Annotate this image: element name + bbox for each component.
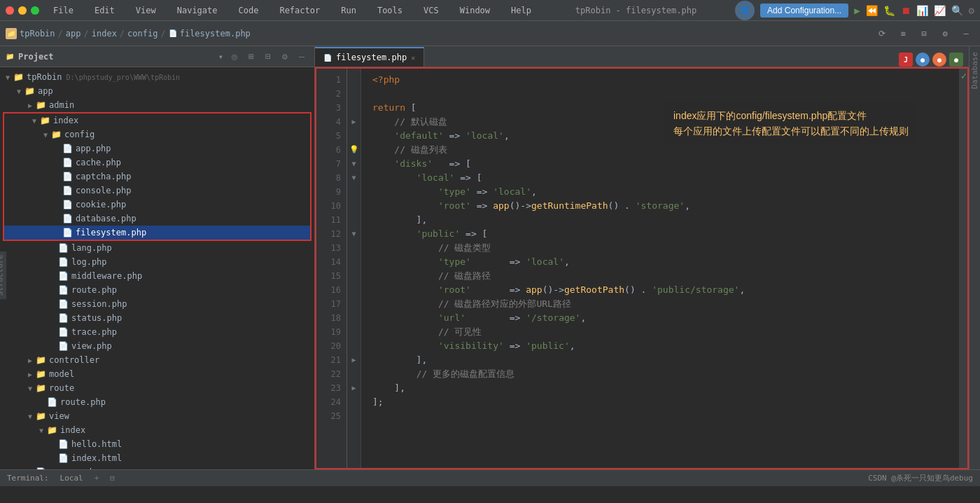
tree-item-database-php[interactable]: 📄 database.php — [4, 212, 310, 226]
settings-icon[interactable]: ⚙ — [969, 5, 974, 16]
tree-item-config[interactable]: ▼ 📁 config — [4, 128, 310, 142]
profile-button[interactable]: 📈 — [934, 5, 946, 16]
project-title: Project — [18, 52, 214, 62]
tree-expand-arrow[interactable]: ▼ — [25, 413, 35, 420]
menu-item-code[interactable]: Code — [233, 4, 265, 17]
code-line-15: // 磁盘路径 — [372, 269, 948, 283]
run-button[interactable]: ▶ — [854, 5, 860, 16]
tree-expand-arrow[interactable]: ▶ — [25, 357, 35, 364]
tree-item-route-folder[interactable]: ▼ 📁 route — [0, 381, 314, 395]
breadcrumb: 📁 tpRobin / app / index / config / 📄 fil… — [6, 28, 871, 39]
tree-expand-arrow[interactable]: ▼ — [3, 74, 13, 81]
tree-item-hello-html[interactable]: 📄 hello.html — [0, 437, 314, 451]
menu-item-tools[interactable]: Tools — [372, 4, 408, 17]
jetbrains-icon-red[interactable]: J — [899, 53, 913, 67]
file-tree: ▼ 📁 tpRobin D:\phpstudy_pro\WWW\tpRobin … — [0, 67, 314, 469]
coverage-button[interactable]: 📊 — [916, 5, 928, 16]
tree-label-view-php: view.php — [71, 341, 112, 351]
tree-item-model[interactable]: ▶ 📁 model — [0, 367, 314, 381]
debug-button[interactable]: 🐛 — [883, 5, 895, 16]
collapse-icon[interactable]: ⊟ — [261, 50, 275, 64]
maximize-btn[interactable] — [31, 6, 39, 15]
tree-item-app-php[interactable]: 📄 app.php — [4, 142, 310, 156]
breadcrumb-index[interactable]: index — [92, 29, 117, 39]
tree-item-log-php[interactable]: 📄 log.php — [0, 255, 314, 269]
sync-icon[interactable]: ⟳ — [874, 25, 890, 42]
tree-expand-arrow[interactable]: ▼ — [41, 131, 50, 139]
expand-icon[interactable]: ⊞ — [244, 50, 258, 64]
tree-item-view-folder[interactable]: ▼ 📁 view — [0, 409, 314, 423]
tree-expand-arrow[interactable]: ▼ — [29, 117, 39, 125]
terminal-local[interactable]: Local — [60, 474, 83, 483]
tree-item-lang-php[interactable]: 📄 lang.php — [0, 241, 314, 255]
database-label[interactable]: Database — [970, 52, 980, 89]
tree-item-view-php[interactable]: 📄 view.php — [0, 339, 314, 353]
tree-expand-arrow[interactable]: ▶ — [25, 102, 35, 109]
collapse-all-icon[interactable]: ⊟ — [916, 25, 932, 42]
tree-expand-arrow[interactable]: ▶ — [25, 371, 35, 378]
expand-all-icon[interactable]: ≡ — [895, 25, 911, 42]
tree-item-console-php[interactable]: 📄 console.php — [4, 184, 310, 198]
tree-expand-arrow[interactable]: ▼ — [25, 385, 35, 392]
tree-item-filesystem-php[interactable]: 📄 filesystem.php — [4, 226, 310, 240]
tree-item-controller[interactable]: ▶ 📁 controller — [0, 353, 314, 367]
tree-item-session-php[interactable]: 📄 session.php — [0, 297, 314, 311]
tab-close-icon[interactable]: ✕ — [411, 54, 415, 62]
browser-icon-green[interactable]: ● — [949, 53, 963, 67]
tree-item-cookie-php[interactable]: 📄 cookie.php — [4, 198, 310, 212]
stop-button[interactable]: ⏹ — [901, 5, 911, 16]
tree-item-index-html[interactable]: 📄 index.html — [0, 451, 314, 465]
breadcrumb-app[interactable]: app — [66, 29, 81, 39]
code-content[interactable]: index应用下的config/filesystem.php配置文件 每个应用的… — [361, 67, 959, 469]
menu-item-edit[interactable]: Edit — [89, 4, 120, 17]
tree-item-index-folder[interactable]: ▼ 📁 index — [0, 423, 314, 437]
tree-item-route-php[interactable]: 📄 route.php — [0, 283, 314, 297]
close-btn[interactable] — [6, 6, 14, 15]
tree-item-trace-php[interactable]: 📄 trace.php — [0, 325, 314, 339]
search-everywhere-icon[interactable]: 🔍 — [951, 5, 963, 16]
tree-item-app[interactable]: ▼ 📁 app — [0, 84, 314, 98]
tree-expand-arrow[interactable]: ▼ — [36, 427, 46, 434]
browser-icon-orange[interactable]: ● — [932, 53, 946, 67]
tree-item-tprobin[interactable]: ▼ 📁 tpRobin D:\phpstudy_pro\WWW\tpRobin — [0, 70, 314, 84]
add-configuration-button[interactable]: Add Configuration... — [760, 4, 848, 18]
terminal-split-icon[interactable]: ⊟ — [110, 474, 115, 483]
project-dropdown-icon[interactable]: ▾ — [218, 52, 223, 62]
menu-item-file[interactable]: File — [48, 4, 79, 17]
menu-item-refactor[interactable]: Refactor — [274, 4, 326, 17]
menu-item-view[interactable]: View — [130, 4, 162, 17]
menu-item-help[interactable]: Help — [505, 4, 537, 17]
menu-item-run[interactable]: Run — [335, 4, 362, 17]
breadcrumb-filesystem[interactable]: filesystem.php — [180, 29, 251, 39]
hide-panel-icon[interactable]: — — [295, 50, 309, 64]
tree-item-cache-php[interactable]: 📄 cache.php — [4, 156, 310, 170]
tree-item-index[interactable]: ▼ 📁 index — [4, 113, 310, 128]
user-avatar[interactable]: 👤 — [735, 1, 755, 20]
menu-item-navigate[interactable]: Navigate — [172, 4, 223, 17]
locate-icon[interactable]: ◎ — [227, 50, 241, 64]
settings-gear-icon[interactable]: ⚙ — [937, 25, 953, 42]
tree-item-middleware-php[interactable]: 📄 middleware.php — [0, 269, 314, 283]
tab-filesystem-php[interactable]: 📄 filesystem.php ✕ — [315, 47, 424, 67]
minimize-btn[interactable] — [18, 6, 27, 15]
browser-icon-blue[interactable]: ● — [916, 53, 930, 67]
close-panel-icon[interactable]: — — [958, 25, 974, 42]
structure-sidebar-label[interactable]: Structure — [0, 252, 6, 299]
menu-item-window[interactable]: Window — [454, 4, 496, 17]
settings-project-icon[interactable]: ⚙ — [278, 50, 292, 64]
menu-item-vcs[interactable]: VCS — [418, 4, 444, 17]
terminal-label[interactable]: Terminal: — [7, 474, 49, 483]
code-editor[interactable]: 12345 678910 1112131415 1617181920 21222… — [315, 67, 969, 469]
tree-item-captcha-php[interactable]: 📄 captcha.php — [4, 170, 310, 184]
tree-item-common-php[interactable]: 📄 common.php — [0, 465, 314, 469]
terminal-add-icon[interactable]: + — [94, 474, 99, 483]
tree-item-status-php[interactable]: 📄 status.php — [0, 311, 314, 325]
tree-label-config: config — [64, 130, 94, 139]
project-header: 📁 Project ▾ ◎ ⊞ ⊟ ⚙ — — [0, 46, 314, 67]
tree-item-route-php2[interactable]: 📄 route.php — [0, 395, 314, 409]
breadcrumb-config[interactable]: config — [127, 29, 158, 39]
tree-item-admin[interactable]: ▶ 📁 admin — [0, 98, 314, 112]
breadcrumb-tprobin[interactable]: tpRobin — [20, 29, 55, 39]
tree-expand-arrow[interactable]: ▼ — [14, 88, 24, 95]
run-config-icon[interactable]: ⏪ — [866, 5, 878, 16]
